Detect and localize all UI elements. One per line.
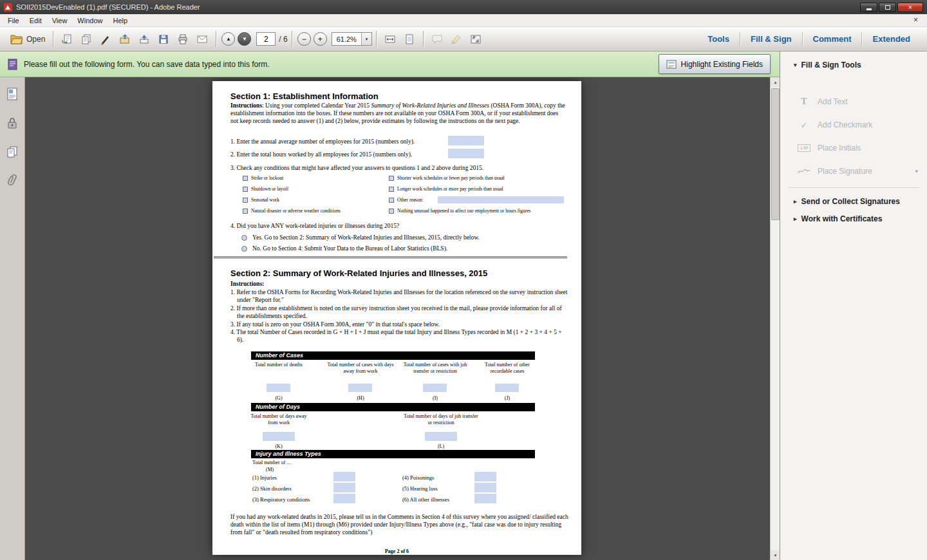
extended-pane-link[interactable]: Extended bbox=[862, 34, 921, 44]
chevron-down-icon[interactable]: ▾ bbox=[361, 33, 371, 45]
checkbox-nothing-unusual[interactable] bbox=[389, 209, 394, 214]
security-settings-button[interactable] bbox=[3, 114, 21, 132]
checkbox-shutdown-or-layoff[interactable] bbox=[243, 187, 248, 192]
checkbox-shorter-schedules[interactable] bbox=[389, 176, 394, 181]
radio-yes[interactable] bbox=[241, 235, 247, 241]
close-button[interactable]: × bbox=[897, 3, 923, 12]
work-with-certificates-section[interactable]: ▸ Work with Certificates bbox=[780, 214, 927, 223]
instructions-text: : Using your completed Calendar Year 201… bbox=[262, 102, 371, 109]
menu-file[interactable]: File bbox=[3, 15, 24, 26]
field-k-days-away[interactable] bbox=[263, 432, 295, 441]
next-page-button[interactable]: ▼ bbox=[238, 32, 251, 46]
fill-sign-tools-header[interactable]: ▾ Fill & Sign Tools bbox=[780, 61, 927, 70]
close-document-button[interactable]: × bbox=[910, 15, 922, 25]
zoom-in-button[interactable]: + bbox=[314, 32, 327, 46]
add-text-tool[interactable]: T Add Text bbox=[780, 94, 927, 109]
field-l-days-transfer[interactable] bbox=[425, 432, 457, 441]
fill-sign-pane-link[interactable]: Fill & Sign bbox=[740, 34, 802, 44]
save-copy-button[interactable] bbox=[57, 32, 77, 47]
tool-label: Place Initials bbox=[818, 144, 861, 153]
minimize-icon bbox=[866, 8, 872, 10]
checkbox-seasonal-work[interactable] bbox=[243, 198, 248, 203]
highlight-existing-fields-button[interactable]: Highlight Existing Fields bbox=[659, 54, 771, 74]
field-h-days-away-cases[interactable] bbox=[348, 384, 372, 392]
sign-button[interactable] bbox=[96, 32, 115, 47]
section-label: Send or Collect Signatures bbox=[801, 197, 900, 206]
save-button[interactable] bbox=[154, 32, 173, 47]
comment-pane-link[interactable]: Comment bbox=[803, 34, 862, 44]
checkbox-label: Nothing unusual happened to affect our e… bbox=[397, 208, 531, 214]
checkbox-other-reason[interactable] bbox=[389, 198, 394, 203]
form-message-bar: Please fill out the following form. You … bbox=[0, 51, 780, 77]
triangle-down-icon: ▾ bbox=[794, 62, 797, 68]
copy-document-button[interactable] bbox=[77, 32, 96, 47]
folder-open-icon bbox=[10, 34, 23, 44]
checkbox-strike-or-lockout[interactable] bbox=[243, 176, 248, 181]
cases-col-letter: (I) bbox=[402, 395, 469, 401]
menu-view[interactable]: View bbox=[47, 15, 73, 26]
checkbox-longer-schedules[interactable] bbox=[389, 187, 394, 192]
scrollbar-thumb[interactable] bbox=[771, 88, 780, 220]
print-button[interactable] bbox=[173, 32, 192, 47]
checkbox-label: Other reason: bbox=[397, 197, 424, 203]
attachments-button[interactable] bbox=[3, 172, 21, 190]
scroll-up-button[interactable]: ▲ bbox=[771, 77, 780, 87]
field-m4-poisonings[interactable] bbox=[474, 472, 496, 481]
open-button[interactable]: Open bbox=[6, 32, 49, 46]
page-thumbnails-button[interactable] bbox=[3, 85, 21, 103]
vertical-scrollbar[interactable]: ▲ ▼ bbox=[770, 77, 780, 560]
checkbox-label: Strike or lockout bbox=[251, 175, 283, 181]
share-button[interactable] bbox=[135, 32, 154, 47]
zoom-out-button[interactable]: − bbox=[297, 32, 311, 46]
scroll-down-button[interactable]: ▼ bbox=[771, 550, 780, 560]
menu-edit[interactable]: Edit bbox=[24, 15, 47, 26]
zoom-level-select[interactable]: 61.2% ▾ bbox=[332, 32, 372, 46]
fullscreen-button[interactable] bbox=[466, 32, 485, 47]
email-button[interactable] bbox=[192, 32, 212, 47]
menu-help[interactable]: Help bbox=[108, 15, 133, 26]
pages-button[interactable] bbox=[3, 143, 21, 161]
types-letter: (M) bbox=[252, 467, 287, 472]
chevron-down-icon[interactable]: ▾ bbox=[915, 168, 918, 174]
fit-page-icon bbox=[404, 33, 415, 45]
field-i-transfer-cases[interactable] bbox=[423, 384, 447, 392]
checkbox-natural-disaster[interactable] bbox=[243, 209, 248, 214]
other-reason-field[interactable] bbox=[438, 196, 564, 203]
radio-no-label: No. Go to Section 4: Submit Your Data to… bbox=[252, 245, 447, 252]
cases-col-letter: (H) bbox=[327, 395, 394, 401]
fit-width-button[interactable] bbox=[380, 32, 400, 47]
arrow-up-icon: ▲ bbox=[774, 80, 778, 84]
open-label: Open bbox=[26, 35, 45, 44]
field-j-other-cases[interactable] bbox=[495, 384, 519, 392]
initials-icon: LM bbox=[796, 144, 812, 152]
minimize-button[interactable] bbox=[860, 3, 877, 12]
send-or-collect-signatures-section[interactable]: ▸ Send or Collect Signatures bbox=[780, 197, 927, 206]
employees-count-field[interactable] bbox=[448, 136, 484, 145]
send-file-button[interactable] bbox=[115, 32, 135, 47]
place-signature-tool[interactable]: Place Signature ▾ bbox=[780, 163, 927, 179]
field-m6-all-other[interactable] bbox=[474, 494, 496, 503]
radio-no[interactable] bbox=[241, 246, 247, 252]
field-m3-respiratory[interactable] bbox=[333, 494, 355, 503]
document-area: Section 1: Establishment Information Ins… bbox=[25, 77, 770, 560]
field-m2-skin-disorders[interactable] bbox=[333, 483, 355, 492]
menu-window[interactable]: Window bbox=[72, 15, 108, 26]
field-g-deaths[interactable] bbox=[267, 384, 290, 392]
checkmark-icon: ✓ bbox=[796, 120, 812, 130]
signature-icon bbox=[796, 167, 812, 175]
page-number-input[interactable] bbox=[256, 32, 276, 46]
add-checkmark-tool[interactable]: ✓ Add Checkmark bbox=[780, 117, 927, 133]
lock-icon bbox=[5, 116, 19, 130]
print-icon bbox=[177, 33, 189, 45]
form-document-icon bbox=[8, 59, 17, 70]
tools-pane-link[interactable]: Tools bbox=[697, 34, 740, 44]
sticky-note-button[interactable] bbox=[427, 32, 447, 47]
previous-page-button[interactable]: ▲ bbox=[221, 32, 235, 46]
highlight-text-button[interactable] bbox=[447, 32, 466, 47]
place-initials-tool[interactable]: LM Place Initials bbox=[780, 140, 927, 156]
restore-button[interactable] bbox=[879, 3, 896, 12]
field-m1-injuries[interactable] bbox=[333, 472, 355, 481]
fit-page-button[interactable] bbox=[400, 32, 419, 47]
hours-worked-field[interactable] bbox=[448, 149, 484, 158]
field-m5-hearing-loss[interactable] bbox=[474, 483, 496, 492]
